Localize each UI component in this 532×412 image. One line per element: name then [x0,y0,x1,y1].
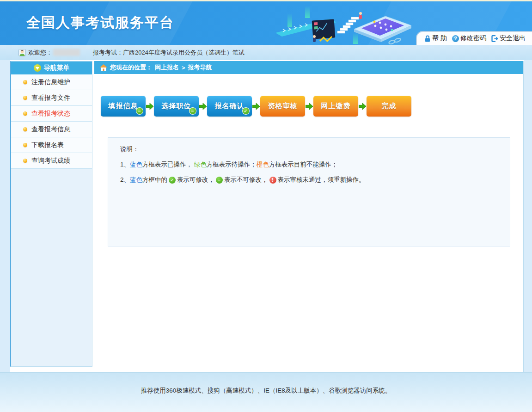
step-label: 选择职位 [162,102,191,111]
step-select-position[interactable]: 选择职位 − [154,96,199,117]
breadcrumb: 您现在的位置： 网上报名 > 报考导航 [94,61,523,74]
bullet-icon [23,80,27,84]
step-label: 网上缴费 [321,102,351,111]
welcome-greeting: 欢迎您： [28,49,52,57]
change-password-label: 修改密码 [460,34,486,43]
breadcrumb-current[interactable]: 报考导航 [188,63,212,72]
bullet-icon [23,96,27,100]
breadcrumb-section[interactable]: 网上报名 [155,63,179,72]
sidebar-filler [11,169,92,366]
logout-link[interactable]: 安全退出 [491,34,526,43]
note-text-green: 绿色 [194,160,207,169]
step-qualification-review[interactable]: 资格审核 [260,96,305,117]
footer: 推荐使用360极速模式、搜狗（高速模式）、IE（IE8及以上版本）、谷歌浏览器访… [0,372,532,412]
exam-label: 报考考试： [93,49,123,57]
body: 导航菜单 注册信息维护 查看报考文件 查看报考状态 查看报考信息 [10,60,524,372]
note-text: 方框表示待操作； [207,160,257,169]
sidebar-item-label: 查询考试成绩 [31,157,70,165]
flow-arrow-icon [252,103,260,110]
note-text-orange: 橙色 [257,160,269,169]
note-text: 表示可修改， [177,176,214,184]
step-flow: 填报信息 − 选择职位 − 报名确认 ✓ [101,96,411,117]
note-text: 1、 [120,160,130,169]
note-text-blue: 蓝色 [130,160,142,169]
note-text: 方框表示已操作， [142,160,192,169]
sidebar-item-view-apply-status[interactable]: 查看报考状态 [11,106,92,122]
minus-badge-icon: − [136,107,143,115]
minus-badge-icon: − [216,177,223,184]
flow-arrow-icon [199,103,207,110]
step-fill-info[interactable]: 填报信息 − [101,96,146,117]
bullet-icon [23,159,27,163]
chevron-down-icon [34,64,41,72]
note-text: 2、 [120,176,130,184]
sidebar-item-label: 查看报考信息 [31,125,70,134]
bullet-icon [23,111,27,116]
user-avatar-icon [18,49,26,56]
sidebar-item-label: 注册信息维护 [31,78,70,86]
header-banner: 全国人事考试服务平台 [0,1,532,45]
breadcrumb-separator: > [182,64,185,71]
sidebar-menu: 注册信息维护 查看报考文件 查看报考状态 查看报考信息 下载报名表 [11,74,92,169]
logout-label: 安全退出 [500,34,526,43]
sidebar-item-view-exam-files[interactable]: 查看报考文件 [11,90,92,106]
step-confirm[interactable]: 报名确认 ✓ [207,96,252,117]
note-text: 方框中的 [142,176,167,184]
step-label: 资格审核 [268,102,298,111]
flow-arrow-icon [146,103,154,110]
sidebar-title: 导航菜单 [44,64,70,72]
sidebar-item-label: 下载报名表 [31,141,64,149]
note-line-2: 2、蓝色方框中的✓表示可修改，−表示不可修改，!表示审核未通过，须重新操作。 [120,176,501,184]
note-box: 说明： 1、蓝色方框表示已操作， 绿色方框表示待操作；橙色方框表示目前不能操作；… [108,137,510,246]
note-title: 说明： [120,145,501,154]
breadcrumb-prefix: 您现在的位置： [110,63,152,72]
step-label: 报名确认 [215,102,245,111]
note-text: 表示审核未通过，须重新操作。 [278,176,365,184]
sidebar-item-label: 查看报考文件 [31,94,70,102]
note-line-1: 1、蓝色方框表示已操作， 绿色方框表示待操作；橙色方框表示目前不能操作； [120,160,501,169]
lock-icon [424,35,431,42]
step-label: 完成 [382,102,397,111]
bullet-icon [23,143,27,147]
minus-badge-icon: − [189,107,196,115]
flow-arrow-icon [305,103,313,110]
username-redacted [53,49,80,56]
sidebar-item-label: 查看报考状态 [31,110,70,118]
content-panel: 您现在的位置： 网上报名 > 报考导航 填报信息 − 选择职位 − [94,61,524,372]
site-title: 全国人事考试服务平台 [26,13,174,32]
note-text: 方框表示目前不能操作； [269,160,338,169]
help-label: 帮 助 [432,34,447,43]
bullet-icon [23,127,27,131]
home-icon [100,64,107,71]
note-text: 表示不可修改， [224,176,268,184]
check-badge-icon: ✓ [169,177,176,184]
sidebar-header: 导航菜单 [11,61,92,74]
step-label: 填报信息 [109,102,138,111]
welcome-bar: 欢迎您： 报考考试： 广西2024年度考试录用公务员（选调生）笔试 [0,45,532,60]
flow-arrow-icon [358,103,367,110]
sidebar-item-download-form[interactable]: 下载报名表 [11,137,92,153]
warning-badge-icon: ! [269,177,276,184]
note-text-blue: 蓝色 [130,176,142,184]
sidebar-item-view-apply-info[interactable]: 查看报考信息 [11,122,92,137]
page: 全国人事考试服务平台 [0,0,532,412]
sidebar-item-query-scores[interactable]: 查询考试成绩 [11,153,92,169]
sidebar: 导航菜单 注册信息维护 查看报考文件 查看报考状态 查看报考信息 [10,61,92,367]
header-illustration [275,4,414,45]
header-quick-links: 帮 助 ? 修改密码 安全退出 [416,31,532,45]
main-area: 填报信息 − 选择职位 − 报名确认 ✓ [94,74,523,372]
exit-icon [491,35,498,42]
step-online-payment[interactable]: 网上缴费 [313,96,358,117]
sidebar-item-register-info[interactable]: 注册信息维护 [11,74,92,90]
step-complete[interactable]: 完成 [367,96,411,117]
exam-name: 广西2024年度考试录用公务员（选调生）笔试 [123,49,245,57]
question-icon: ? [452,35,459,42]
check-badge-icon: ✓ [242,107,250,115]
change-password-link[interactable]: ? 修改密码 [452,34,486,43]
footer-text: 推荐使用360极速模式、搜狗（高速模式）、IE（IE8及以上版本）、谷歌浏览器访… [141,387,391,394]
help-link[interactable]: 帮 助 [424,34,447,43]
